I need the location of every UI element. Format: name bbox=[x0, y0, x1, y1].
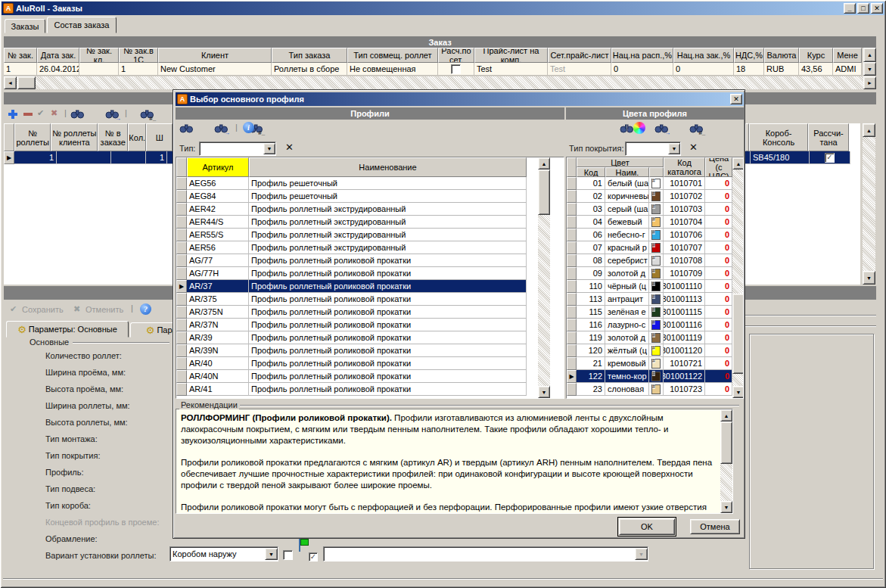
chevron-down-icon[interactable]: ▼ bbox=[263, 143, 275, 154]
colors-filter-clear-icon[interactable]: ✕ bbox=[689, 142, 698, 153]
order-scroll-up-button[interactable]: ▲ bbox=[863, 48, 876, 62]
color-swatch-cell: # bbox=[649, 306, 664, 319]
table-row[interactable]: AER44/SПрофиль роллетный экструдированны… bbox=[176, 216, 564, 229]
table-row[interactable]: AR/39Профиль роллетный роликовой прокатк… bbox=[176, 331, 564, 344]
column-header-catalog[interactable]: Код каталога bbox=[664, 157, 705, 177]
table-row[interactable]: AR/375NПрофиль роллетный роликовой прока… bbox=[176, 306, 564, 319]
green-flag-icon[interactable] bbox=[297, 539, 309, 552]
table-row[interactable]: AR/39NПрофиль роллетный роликовой прокат… bbox=[176, 344, 564, 357]
profiles-filter-clear-icon[interactable]: ✕ bbox=[285, 142, 294, 153]
chevron-down-icon[interactable]: ▼ bbox=[668, 143, 680, 154]
table-row[interactable]: AER55/SПрофиль роллетный экструдированны… bbox=[176, 229, 564, 241]
profiles-find-next-icon[interactable]: → bbox=[214, 123, 228, 135]
items-scroll-track[interactable] bbox=[863, 137, 875, 271]
column-header[interactable]: Курс bbox=[799, 48, 833, 63]
table-row[interactable]: 07красный р#10107070 bbox=[567, 241, 743, 254]
cancel-dialog-button[interactable]: Отмена bbox=[690, 519, 740, 534]
colors-scroll-down-button[interactable]: ▼ bbox=[732, 386, 744, 398]
profiles-scroll-thumb[interactable] bbox=[538, 170, 550, 215]
table-row[interactable]: AEG84Профиль решеточный bbox=[176, 190, 564, 203]
table-row[interactable]: AR/375Профиль роллетный роликовой прокат… bbox=[176, 293, 564, 306]
column-header-colorname[interactable]: Наим. bbox=[605, 167, 649, 177]
column-header-article[interactable]: Артикул bbox=[187, 157, 249, 177]
table-row[interactable]: AR/40NПрофиль роллетный роликовой прокат… bbox=[176, 370, 564, 383]
table-row[interactable]: 115зелёная е#3010011150 bbox=[567, 306, 743, 319]
profiles-filter-combobox[interactable]: ▼ bbox=[199, 142, 276, 156]
column-header[interactable]: Прайс-лист на комп. bbox=[474, 48, 548, 63]
info-icon[interactable]: i bbox=[243, 122, 254, 133]
calc-by-net-checkbox[interactable] bbox=[451, 64, 461, 74]
items-table-right-row[interactable]: SB45/180✓ bbox=[745, 151, 860, 164]
recommendations-scroll-up-button[interactable]: ▲ bbox=[720, 409, 732, 422]
color-wheel-icon[interactable] bbox=[633, 122, 645, 134]
profiles-find-icon[interactable] bbox=[179, 123, 194, 135]
table-row[interactable]: 04бежевый#10107040 bbox=[567, 216, 743, 229]
table-row[interactable]: 119золотой д#3010011190 bbox=[567, 331, 743, 344]
column-header[interactable]: Клиент bbox=[158, 48, 272, 63]
ok-button[interactable]: OK bbox=[619, 518, 675, 535]
minimize-button[interactable]: _ bbox=[844, 3, 856, 14]
column-header[interactable]: Короб- Консоль bbox=[749, 123, 808, 151]
column-header-code[interactable]: Код bbox=[577, 167, 605, 177]
table-row[interactable]: 110чёрный (ц#3010011100 bbox=[567, 280, 743, 293]
column-header[interactable]: Валюта bbox=[764, 48, 799, 63]
table-row[interactable]: 120жёлтый (ц#3010011200 bbox=[567, 344, 743, 357]
colors-scroll-thumb[interactable] bbox=[732, 294, 744, 374]
table-row[interactable]: 06небесно-г#10107060 bbox=[567, 229, 743, 241]
tab-params-main[interactable]: ⚙ Параметры: Основные bbox=[6, 321, 129, 338]
items-scroll-down-button[interactable]: ▼ bbox=[863, 271, 875, 285]
table-row[interactable]: AR/37NПрофиль роллетный роликовой прокат… bbox=[176, 319, 564, 331]
order-scroll-down-button[interactable]: ▼ bbox=[863, 62, 876, 76]
table-row[interactable]: AER42Профиль роллетный экструдированный bbox=[176, 203, 564, 216]
recommendations-scroll-thumb[interactable] bbox=[720, 422, 732, 464]
maximize-button[interactable]: □ bbox=[857, 3, 869, 14]
column-header[interactable]: Нац.на расп.,% bbox=[611, 48, 673, 63]
chevron-down-icon[interactable]: ▼ bbox=[265, 548, 278, 560]
table-row[interactable]: 01белый (ша#10107010 bbox=[567, 177, 743, 190]
table-row[interactable]: AEG56Профиль решеточный bbox=[176, 177, 564, 190]
close-button[interactable]: ✕ bbox=[871, 3, 883, 14]
column-header[interactable]: Тип заказа bbox=[272, 48, 347, 63]
column-header[interactable]: Нац.на зак.,% bbox=[673, 48, 734, 63]
items-scroll-up-button[interactable]: ▲ bbox=[863, 123, 875, 137]
bottom-right-checkbox[interactable]: ✓ bbox=[309, 552, 318, 562]
column-header[interactable]: Сет.прайс-лист bbox=[548, 48, 611, 63]
table-row[interactable]: 21кремовый#10107210 bbox=[567, 357, 743, 370]
note-combobox[interactable]: ▼ bbox=[323, 546, 648, 562]
column-header-name[interactable]: Наименование bbox=[249, 157, 527, 177]
table-row[interactable]: AG/77Профиль роллетный роликовой прокатк… bbox=[176, 254, 564, 267]
column-header[interactable]: Тип совмещ. роллет bbox=[347, 48, 438, 63]
colors-filter-combobox[interactable]: ▼ bbox=[625, 142, 681, 156]
column-header[interactable]: НДС,% bbox=[734, 48, 764, 63]
table-row[interactable]: AR/40Профиль роллетный роликовой прокатк… bbox=[176, 357, 564, 370]
table-row[interactable]: AG/77HПрофиль роллетный роликовой прокат… bbox=[176, 267, 564, 280]
table-row[interactable]: 113антрацит#3010011130 bbox=[567, 293, 743, 306]
table-row[interactable]: 09золотой д#10107090 bbox=[567, 267, 743, 280]
order-hscroll-right-button[interactable]: ► bbox=[863, 76, 876, 89]
column-header[interactable]: Рассчи- тана bbox=[808, 123, 849, 151]
table-row[interactable]: 08серебрист#10107080 bbox=[567, 254, 743, 267]
tab-order-content[interactable]: Состав заказа bbox=[47, 17, 117, 33]
table-row[interactable]: 116лазурно-с#3010011160 bbox=[567, 319, 743, 331]
color-name-cell: серебрист bbox=[605, 254, 649, 267]
bottom-left-checkbox[interactable] bbox=[283, 550, 293, 560]
table-row[interactable]: 23слоновая#10107230 bbox=[567, 383, 743, 396]
column-header[interactable]: Расч.по сет. bbox=[438, 48, 474, 63]
table-row[interactable]: 03серый (ша#10107030 bbox=[567, 203, 743, 216]
dialog-close-button[interactable]: ✕ bbox=[730, 94, 742, 104]
calculated-checkbox[interactable]: ✓ bbox=[825, 153, 835, 163]
table-row[interactable]: 02коричневы#10107020 bbox=[567, 190, 743, 203]
recommendations-scroll-down-button[interactable]: ▼ bbox=[720, 501, 732, 513]
column-header-price[interactable]: Цена (с НДС) bbox=[705, 157, 732, 177]
install-variant-combobox[interactable]: Коробом наружу ▼ bbox=[169, 546, 278, 562]
table-row[interactable]: AER56Профиль роллетный экструдированный bbox=[176, 241, 564, 254]
profiles-scroll-up-button[interactable]: ▲ bbox=[538, 157, 550, 170]
table-row[interactable]: ▶122темно-кор#3010011220 bbox=[567, 370, 743, 383]
table-row[interactable]: AR/41Профиль роллетный роликовой прокатк… bbox=[176, 383, 564, 396]
table-row[interactable]: ▶AR/37Профиль роллетный роликовой прокат… bbox=[176, 280, 564, 293]
colors-find-next-icon[interactable]: → bbox=[654, 123, 669, 135]
colors-scroll-up-button[interactable]: ▲ bbox=[732, 157, 744, 170]
profiles-scroll-down-button[interactable]: ▼ bbox=[538, 386, 550, 398]
column-header[interactable]: Мене bbox=[833, 48, 862, 63]
colors-find-number-icon[interactable]: #_ bbox=[689, 123, 704, 135]
